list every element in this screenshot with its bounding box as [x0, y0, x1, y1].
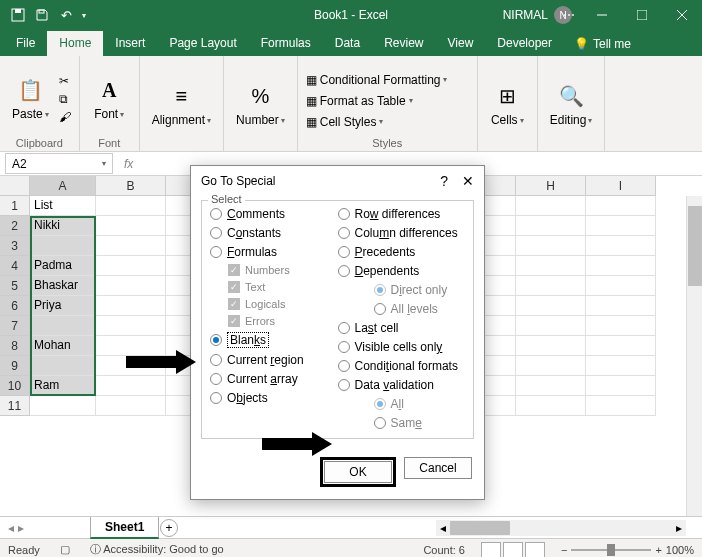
cell-H11[interactable] [516, 396, 586, 416]
cell-I1[interactable] [586, 196, 656, 216]
maximize-button[interactable] [622, 0, 662, 30]
cell-B10[interactable] [96, 376, 166, 396]
cell-B4[interactable] [96, 256, 166, 276]
radio-precedents[interactable]: Precedents [338, 245, 466, 259]
cell-I3[interactable] [586, 236, 656, 256]
macro-record-icon[interactable]: ▢ [60, 543, 70, 556]
autosave-icon[interactable] [10, 7, 26, 23]
sheet-nav[interactable]: ◂▸ [0, 521, 32, 535]
tab-developer[interactable]: Developer [485, 31, 564, 56]
cell-I2[interactable] [586, 216, 656, 236]
qat-more-icon[interactable]: ▾ [82, 11, 86, 20]
accessibility-status[interactable]: ⓘ Accessibility: Good to go [90, 542, 224, 557]
cell-I6[interactable] [586, 296, 656, 316]
zoom-slider[interactable] [571, 549, 651, 551]
cell-A5[interactable]: Bhaskar [30, 276, 96, 296]
tab-formulas[interactable]: Formulas [249, 31, 323, 56]
radio-dependents[interactable]: Dependents [338, 264, 466, 278]
radio-col-diff[interactable]: Column differences [338, 226, 466, 240]
radio-data-validation[interactable]: Data validation [338, 378, 466, 392]
number-button[interactable]: % Number▾ [232, 80, 289, 129]
cell-A4[interactable]: Padma [30, 256, 96, 276]
undo-icon[interactable]: ↶ [58, 7, 74, 23]
cell-B1[interactable] [96, 196, 166, 216]
cell-I10[interactable] [586, 376, 656, 396]
font-button[interactable]: A Font▾ [90, 74, 128, 123]
cell-I5[interactable] [586, 276, 656, 296]
row-header-4[interactable]: 4 [0, 256, 30, 276]
new-sheet-button[interactable]: + [160, 519, 178, 537]
cell-B5[interactable] [96, 276, 166, 296]
cell-B6[interactable] [96, 296, 166, 316]
radio-objects[interactable]: Objects [210, 391, 338, 405]
tab-file[interactable]: File [4, 31, 47, 56]
row-header-3[interactable]: 3 [0, 236, 30, 256]
cell-H2[interactable] [516, 216, 586, 236]
cell-I4[interactable] [586, 256, 656, 276]
tab-review[interactable]: Review [372, 31, 435, 56]
cell-B8[interactable] [96, 336, 166, 356]
cell-A11[interactable] [30, 396, 96, 416]
row-header-10[interactable]: 10 [0, 376, 30, 396]
cell-I9[interactable] [586, 356, 656, 376]
row-header-11[interactable]: 11 [0, 396, 30, 416]
cut-icon[interactable]: ✂ [59, 74, 71, 88]
cell-A3[interactable] [30, 236, 96, 256]
cell-H1[interactable] [516, 196, 586, 216]
copy-icon[interactable]: ⧉ [59, 92, 71, 106]
dialog-help-button[interactable]: ? [440, 173, 448, 189]
radio-blanks[interactable]: Blanks [210, 332, 338, 348]
cell-B3[interactable] [96, 236, 166, 256]
row-header-6[interactable]: 6 [0, 296, 30, 316]
cell-A7[interactable] [30, 316, 96, 336]
tab-insert[interactable]: Insert [103, 31, 157, 56]
select-all-button[interactable] [0, 176, 30, 196]
zoom-level[interactable]: 100% [666, 544, 694, 556]
row-header-1[interactable]: 1 [0, 196, 30, 216]
save-icon[interactable] [34, 7, 50, 23]
radio-formulas[interactable]: Formulas [210, 245, 338, 259]
col-header-H[interactable]: H [516, 176, 586, 196]
alignment-button[interactable]: ≡ Alignment▾ [148, 80, 215, 129]
cell-H3[interactable] [516, 236, 586, 256]
col-header-B[interactable]: B [96, 176, 166, 196]
radio-current-array[interactable]: Current array [210, 372, 338, 386]
cell-styles-button[interactable]: ▦Cell Styles▾ [306, 115, 384, 129]
tab-data[interactable]: Data [323, 31, 372, 56]
name-box[interactable]: A2 ▾ [5, 153, 113, 174]
close-button[interactable] [662, 0, 702, 30]
cell-H5[interactable] [516, 276, 586, 296]
col-header-A[interactable]: A [30, 176, 96, 196]
cell-I7[interactable] [586, 316, 656, 336]
cell-H9[interactable] [516, 356, 586, 376]
conditional-formatting-button[interactable]: ▦Conditional Formatting▾ [306, 73, 448, 87]
radio-visible-cells[interactable]: Visible cells only [338, 340, 466, 354]
cell-A10[interactable]: Ram [30, 376, 96, 396]
normal-view-button[interactable] [481, 542, 501, 558]
minimize-button[interactable] [582, 0, 622, 30]
row-header-5[interactable]: 5 [0, 276, 30, 296]
row-header-9[interactable]: 9 [0, 356, 30, 376]
cell-B2[interactable] [96, 216, 166, 236]
page-break-view-button[interactable] [525, 542, 545, 558]
cell-B11[interactable] [96, 396, 166, 416]
namebox-dropdown-icon[interactable]: ▾ [102, 159, 106, 168]
cell-A2[interactable]: Nikki [30, 216, 96, 236]
col-header-I[interactable]: I [586, 176, 656, 196]
dialog-close-button[interactable]: ✕ [462, 173, 474, 189]
cell-B9[interactable] [96, 356, 166, 376]
tab-home[interactable]: Home [47, 31, 103, 56]
format-as-table-button[interactable]: ▦Format as Table▾ [306, 94, 413, 108]
horizontal-scrollbar[interactable]: ◂▸ [436, 520, 686, 536]
tell-me[interactable]: 💡 Tell me [564, 32, 641, 56]
cell-A6[interactable]: Priya [30, 296, 96, 316]
cells-button[interactable]: ⊞ Cells▾ [487, 80, 528, 129]
cell-A9[interactable] [30, 356, 96, 376]
row-header-8[interactable]: 8 [0, 336, 30, 356]
cell-H8[interactable] [516, 336, 586, 356]
radio-row-diff[interactable]: Row differences [338, 207, 466, 221]
zoom-in-button[interactable]: + [655, 544, 661, 556]
editing-button[interactable]: 🔍 Editing▾ [546, 80, 597, 129]
ribbon-display-icon[interactable]: ⋯ [554, 8, 584, 22]
zoom-out-button[interactable]: − [561, 544, 567, 556]
